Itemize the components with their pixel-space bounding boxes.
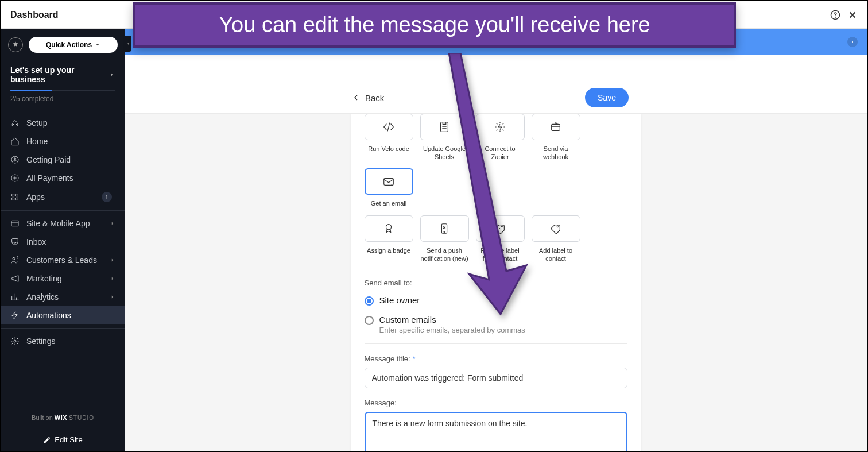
sidebar-item-all-payments[interactable]: All Payments [1,169,125,187]
annotation-arrow [443,53,547,323]
sidebar-item-apps[interactable]: Apps1 [1,187,125,207]
sidebar-item-site-mobile-app[interactable]: Site & Mobile App [1,214,125,233]
svg-rect-5 [16,194,18,196]
message-textarea[interactable] [365,412,627,451]
sidebar-header: Quick Actions [1,29,125,59]
setup-progress-bar [10,90,115,91]
svg-point-10 [14,340,16,342]
sidebar-item-automations[interactable]: Automations [1,306,125,324]
avatar[interactable] [8,37,23,52]
close-icon[interactable] [847,10,858,20]
divider [365,343,627,344]
sidebar-item-getting-paid[interactable]: Getting Paid [1,150,125,169]
sidebar-item-marketing[interactable]: Marketing [1,269,125,288]
action-get-an-email[interactable]: Get an email [365,168,413,207]
built-on-label: Built on WIX STUDIO [1,407,125,428]
svg-rect-8 [11,221,18,226]
action-run-velo-code[interactable]: Run Velo code [365,114,413,161]
action-assign-a-badge[interactable]: Assign a badge [365,215,413,263]
svg-point-18 [557,226,559,227]
sidebar: Quick Actions Let's set up your business… [1,29,125,451]
message-title-label: Message title:* [365,354,627,363]
setup-title: Let's set up your business [10,65,108,84]
svg-rect-7 [16,198,18,200]
topbar-actions [830,10,858,20]
sidebar-item-setup[interactable]: Setup [1,114,125,132]
page-title: Dashboard [10,10,59,20]
quick-actions-button[interactable]: Quick Actions [29,37,118,53]
sidebar-item-settings[interactable]: Settings [1,332,125,350]
sidebar-item-customers-leads[interactable]: Customers & Leads [1,251,125,269]
message-label: Message: [365,399,627,407]
svg-point-14 [386,225,391,230]
sidebar-item-home[interactable]: Home [1,132,125,150]
save-button[interactable]: Save [585,88,629,107]
annotation-callout: You can edit the message you'll receive … [133,2,736,48]
sidebar-item-inbox[interactable]: Inbox [1,233,125,251]
sidebar-item-analytics[interactable]: Analytics [1,288,125,306]
banner-close-button[interactable] [847,37,858,47]
svg-rect-12 [552,124,560,130]
svg-rect-4 [12,194,14,196]
message-title-input[interactable] [365,368,627,388]
help-icon[interactable] [830,10,840,20]
back-button[interactable]: Back [351,93,384,103]
svg-point-9 [13,257,15,260]
edit-site-button[interactable]: Edit Site [1,428,125,451]
svg-rect-13 [384,178,394,185]
svg-rect-6 [12,198,14,200]
svg-point-1 [835,17,836,17]
setup-progress-text: 2/5 completed [10,95,115,103]
setup-block[interactable]: Let's set up your business 2/5 completed [1,59,125,110]
sidebar-collapse-button[interactable] [125,36,131,52]
